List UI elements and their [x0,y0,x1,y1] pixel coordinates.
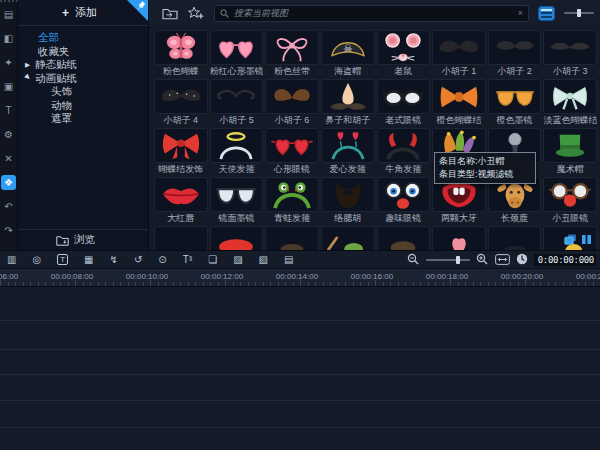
sticker-tile[interactable] [432,226,486,250]
sticker-tile[interactable]: 天使发箍 [210,128,264,177]
lips-icon [154,177,208,212]
collage-tool-icon[interactable]: ▦ [84,254,93,266]
sidebar-item-all[interactable]: 全部 [18,31,148,45]
sticker-tile[interactable]: 爱心发箍 [321,128,375,177]
sticker-tile[interactable] [210,226,264,250]
title-3d-tool-icon[interactable]: T³ [183,254,192,266]
sticker-panel-icon[interactable]: ❖ [1,175,16,190]
sticker-tile[interactable] [321,226,375,250]
sticker-tile[interactable]: 橙色墨镜 [488,79,542,128]
sticker-tile[interactable]: 老式眼镜 [377,79,431,128]
zoom-out-icon[interactable] [407,251,420,269]
sticker-tile[interactable]: 心形眼镜 [265,128,319,177]
sticker-tile[interactable]: 小胡子 6 [265,79,319,128]
zoom-in-icon[interactable] [476,251,489,269]
sticker-label: 粉红心形墨镜 [210,65,264,78]
sticker-label: 魔术帽 [543,163,597,176]
sidebar-item-static-stickers[interactable]: ▶静态贴纸 [18,58,148,72]
sidebar-item-headwear[interactable]: 头饰 [18,85,148,99]
sticker-tile[interactable]: 粉红心形墨镜 [210,30,264,79]
plus-icon: + [62,6,69,20]
transitions-icon[interactable]: ◧ [1,31,16,46]
sticker-tile[interactable]: 小胡子 3 [543,30,597,79]
ruler-timestamp: 00:00:22:00 [576,272,600,281]
sticker-tile[interactable]: 淡蓝色蝴蝶结 [543,79,597,128]
track-area[interactable] [0,287,600,450]
sticker-label: 两颗大牙 [432,212,486,225]
sticker-tile[interactable] [377,226,431,250]
p4-icon [321,226,375,250]
sidebar-item-masks[interactable]: 遮罩 [18,112,148,126]
favorite-add-icon[interactable] [188,6,204,20]
edit-clip-tool-icon[interactable]: ▨ [233,254,242,266]
film-tool-icon[interactable]: ▤ [284,254,293,266]
fit-timeline-icon[interactable] [495,251,510,269]
search-input[interactable]: 搜索当前视图 × [214,5,529,22]
clock-icon[interactable] [516,251,528,269]
pages-icon[interactable] [564,231,577,249]
sticker-tile[interactable]: 老鼠 [377,30,431,79]
clear-search-icon[interactable]: × [518,9,523,18]
sticker-tile[interactable] [488,226,542,250]
clip-tool-icon[interactable]: ▥ [7,254,16,266]
sticker-tile[interactable]: 橙色蝴蝶结 [432,79,486,128]
sticker-tile[interactable]: 趣味眼镜 [377,177,431,226]
p1-icon [154,226,208,250]
titles-icon[interactable]: T [1,103,16,118]
sidebar-item-favorites[interactable]: 收藏夹 [18,45,148,59]
media-library-icon[interactable]: ▤ [1,7,16,22]
sticker-tile[interactable]: 鼻子和胡子 [321,79,375,128]
sticker-tile[interactable]: 小胡子 4 [154,79,208,128]
sticker-tile[interactable]: 大红唇 [154,177,208,226]
add-button-label: 添加 [75,5,97,20]
svg-text:☠: ☠ [343,42,352,53]
undo-icon[interactable]: ↶ [1,199,16,214]
timeline-tools: ▥◎T▦↯↺⊙T³❏▨▧▤ [4,254,293,266]
sidebar-item-animals[interactable]: 动物 [18,99,148,113]
effects-icon[interactable]: ✦ [1,55,16,70]
sticker-tile[interactable]: ☠海盗帽 [321,30,375,79]
scroll-pause-icon[interactable] [581,231,592,249]
title-tool-icon[interactable]: T [57,254,68,265]
sticker-tile[interactable] [154,226,208,250]
sticker-tile[interactable]: 两颗大牙 [432,177,486,226]
thumbnail-size-slider[interactable] [564,8,595,18]
mask-tool-icon[interactable]: ⊙ [158,254,166,266]
sticker-tile[interactable]: 络腮胡 [321,177,375,226]
sticker-label: 小胡子 2 [488,65,542,78]
sticker-tile[interactable]: 粉色蝴蝶 [154,30,208,79]
sticker-tile[interactable]: 蝴蝶结发饰 [154,128,208,177]
butterfly-icon [154,30,208,65]
sticker-tile[interactable]: 牛角发箍 [377,128,431,177]
ruler-timestamp: 00:00:10:00 [126,272,168,281]
sticker-tile[interactable]: 镜面墨镜 [210,177,264,226]
sidebar-item-animated-stickers[interactable]: ▶动画贴纸 [18,72,148,86]
browse-folder-icon [56,235,69,246]
sticker-tile[interactable]: 小胡子 1 [432,30,486,79]
timeline-ruler[interactable]: 00:00:06:0000:00:08:0000:00:10:0000:00:1… [0,268,600,287]
transition-tool-icon[interactable]: ◎ [32,254,41,266]
sticker-tile[interactable]: 小胡子 5 [210,79,264,128]
import-folder-icon[interactable] [162,7,178,20]
sticker-tile[interactable]: 小胡子 2 [488,30,542,79]
settings-icon[interactable]: ⚙ [1,127,16,142]
browse-button[interactable]: 浏览 [18,229,148,250]
sticker-tile[interactable]: 青蛙发箍 [265,177,319,226]
close-tool-icon[interactable]: ✕ [1,151,16,166]
pip-tool-icon[interactable]: ▧ [259,254,268,266]
overlay-icon[interactable]: ▣ [1,79,16,94]
hearts-headband-icon [321,128,375,163]
sticker-tile[interactable]: 粉色丝带 [265,30,319,79]
loop-tool-icon[interactable]: ↺ [134,254,142,266]
flag-tool-icon[interactable]: ❏ [208,254,217,266]
expand-arrow-icon[interactable]: ▶ [25,58,35,72]
sticker-tile[interactable]: 长颈鹿 [488,177,542,226]
sticker-tile[interactable]: 小丑眼镜 [543,177,597,226]
search-icon [220,9,229,18]
sticker-tile[interactable] [265,226,319,250]
motion-tool-icon[interactable]: ↯ [110,254,118,266]
redo-icon[interactable]: ↷ [1,223,16,238]
sticker-tile[interactable]: 魔术帽 [543,128,597,177]
timeline-zoom-slider[interactable] [426,255,470,265]
view-toggle-button[interactable] [539,7,553,20]
